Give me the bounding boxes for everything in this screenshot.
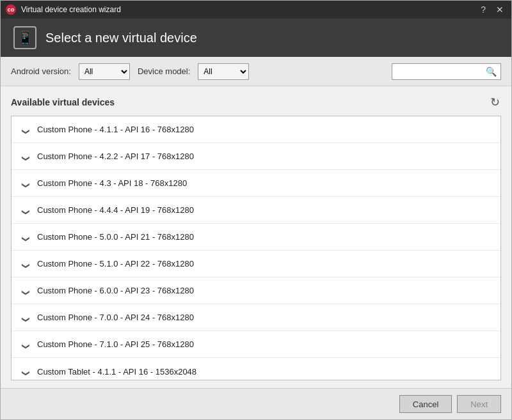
android-version-label: Android version:	[11, 66, 71, 76]
device-icon: 📱	[17, 30, 33, 45]
device-item-label: Custom Phone - 6.0.0 - API 23 - 768x1280	[37, 286, 194, 295]
cancel-button[interactable]: Cancel	[399, 395, 452, 413]
device-list: ❮Custom Phone - 4.1.1 - API 16 - 768x128…	[12, 116, 500, 380]
list-item[interactable]: ❮Custom Phone - 7.1.0 - API 25 - 768x128…	[12, 331, 500, 358]
chevron-down-icon: ❮	[20, 232, 31, 242]
device-item-label: Custom Phone - 5.1.0 - API 22 - 768x1280	[37, 259, 194, 268]
device-item-label: Custom Phone - 5.0.0 - API 21 - 768x1280	[37, 232, 194, 242]
device-item-label: Custom Phone - 4.1.1 - API 16 - 768x1280	[37, 125, 194, 134]
wizard-window: co Virtual device creation wizard ? ✕ 📱 …	[0, 0, 512, 420]
list-item[interactable]: ❮Custom Phone - 5.1.0 - API 22 - 768x128…	[12, 251, 500, 277]
chevron-down-icon: ❮	[20, 313, 31, 323]
chevron-down-icon: ❮	[20, 178, 31, 189]
device-item-label: Custom Phone - 4.4.4 - API 19 - 768x1280	[37, 205, 194, 215]
app-icon: co	[6, 4, 16, 15]
title-bar: co Virtual device creation wizard ? ✕	[1, 1, 511, 19]
list-item[interactable]: ❮Custom Phone - 4.4.4 - API 19 - 768x128…	[12, 197, 500, 224]
list-item[interactable]: ❮Custom Phone - 5.0.0 - API 21 - 768x128…	[12, 224, 500, 251]
page-title: Select a new virtual device	[45, 31, 197, 45]
device-item-label: Custom Tablet - 4.1.1 - API 16 - 1536x20…	[37, 367, 196, 377]
list-item[interactable]: ❮Custom Tablet - 4.1.1 - API 16 - 1536x2…	[12, 358, 500, 380]
chevron-down-icon: ❮	[20, 286, 31, 296]
next-button[interactable]: Next	[457, 395, 501, 413]
footer: Cancel Next	[1, 388, 511, 419]
section-title: Available virtual devices	[11, 97, 115, 107]
list-item[interactable]: ❮Custom Phone - 4.1.1 - API 16 - 768x128…	[12, 116, 500, 143]
device-item-label: Custom Phone - 7.1.0 - API 25 - 768x1280	[37, 339, 194, 349]
search-box: 🔍	[392, 63, 501, 80]
help-button[interactable]: ?	[478, 5, 488, 14]
toolbar: Android version: All Device model: All 🔍	[1, 57, 511, 86]
chevron-down-icon: ❮	[20, 339, 31, 350]
list-item[interactable]: ❮Custom Phone - 4.2.2 - API 17 - 768x128…	[12, 143, 500, 170]
chevron-down-icon: ❮	[20, 152, 31, 162]
refresh-button[interactable]: ↻	[489, 94, 501, 111]
device-model-select[interactable]: All	[198, 63, 249, 80]
close-button[interactable]: ✕	[493, 5, 506, 14]
device-item-label: Custom Phone - 4.3 - API 18 - 768x1280	[37, 178, 187, 188]
device-list-container: ❮Custom Phone - 4.1.1 - API 16 - 768x128…	[11, 116, 501, 380]
chevron-down-icon: ❮	[20, 205, 31, 215]
list-item[interactable]: ❮Custom Phone - 6.0.0 - API 23 - 768x128…	[12, 277, 500, 304]
header-icon: 📱	[13, 26, 36, 49]
device-item-label: Custom Phone - 4.2.2 - API 17 - 768x1280	[37, 152, 194, 161]
device-model-label: Device model:	[138, 66, 190, 76]
header: 📱 Select a new virtual device	[1, 19, 511, 57]
android-version-select[interactable]: All	[79, 63, 130, 80]
list-item[interactable]: ❮Custom Phone - 4.3 - API 18 - 768x1280	[12, 170, 500, 197]
section-header: Available virtual devices ↻	[11, 94, 501, 111]
chevron-down-icon: ❮	[20, 366, 31, 377]
chevron-down-icon: ❮	[20, 259, 31, 269]
title-bar-controls: ? ✕	[478, 5, 506, 14]
content-area: Available virtual devices ↻ ❮Custom Phon…	[1, 86, 511, 388]
search-button[interactable]: 🔍	[484, 66, 498, 77]
search-input[interactable]	[395, 67, 484, 76]
chevron-down-icon: ❮	[20, 125, 31, 135]
device-item-label: Custom Phone - 7.0.0 - API 24 - 768x1280	[37, 313, 194, 322]
list-item[interactable]: ❮Custom Phone - 7.0.0 - API 24 - 768x128…	[12, 304, 500, 331]
window-title: Virtual device creation wizard	[21, 5, 478, 14]
